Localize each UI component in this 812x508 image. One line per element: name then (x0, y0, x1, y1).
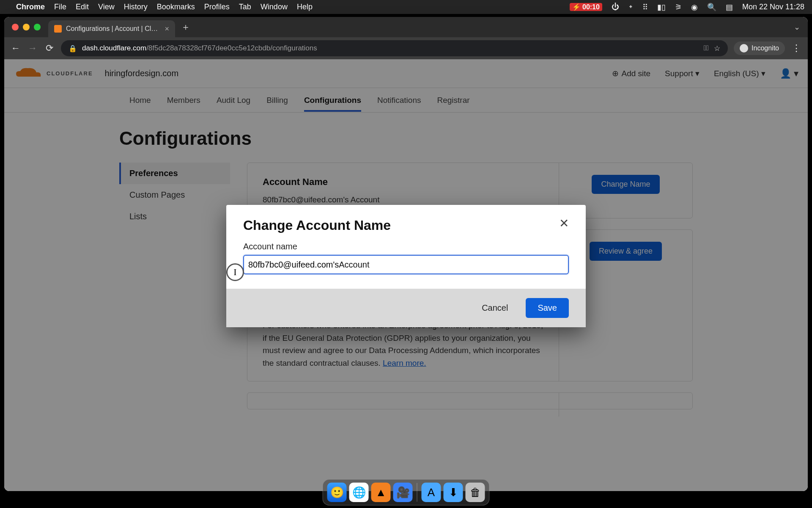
wifi-icon[interactable]: ⚞ (675, 3, 682, 12)
control-center-icon[interactable]: ◉ (691, 3, 698, 12)
dock-zoom[interactable]: 🎥 (393, 483, 413, 502)
battery-low-indicator[interactable]: ⚡00:10 (570, 3, 602, 11)
chrome-toolbar: ← → ⟳ 🔒 dash.cloudflare.com/8f5dc28a7832… (4, 37, 808, 59)
save-button[interactable]: Save (526, 298, 569, 318)
menu-help[interactable]: Help (297, 3, 313, 11)
chrome-menu-button[interactable]: ⋮ (791, 43, 802, 54)
tab-favicon (54, 25, 62, 33)
menu-profiles[interactable]: Profiles (204, 3, 230, 11)
nav-forward-button[interactable]: → (27, 43, 38, 54)
dock-separator (417, 483, 417, 502)
dock-vlc[interactable]: ▲ (371, 483, 391, 502)
url-text: dash.cloudflare.com/8f5dc28a78328cf767de… (82, 44, 699, 52)
dialog-title: Change Account Name (243, 218, 391, 233)
menu-history[interactable]: History (124, 3, 148, 11)
account-name-input-text: 80fb7bc0@uifeed.com's Account (248, 260, 370, 270)
dock-trash[interactable]: 🗑 (466, 483, 485, 502)
dock-downloads[interactable]: ⬇ (444, 483, 463, 502)
menu-view[interactable]: View (98, 3, 115, 11)
menu-tab[interactable]: Tab (239, 3, 251, 11)
status-icon-1[interactable]: ⏻ (612, 3, 619, 11)
tracking-off-icon[interactable]: 👁̶ (704, 44, 709, 52)
lock-icon: 🔒 (69, 44, 77, 52)
app-menu[interactable]: Chrome (16, 3, 45, 11)
browser-tab[interactable]: Configurations | Account | Clou… × (48, 20, 175, 37)
nav-reload-button[interactable]: ⟳ (44, 43, 55, 54)
menu-window[interactable]: Window (261, 3, 288, 11)
window-close-button[interactable] (12, 24, 19, 30)
bluetooth-icon[interactable]: ᛭ (628, 3, 633, 11)
change-account-name-dialog: Change Account Name ✕ Account name 80fb7… (226, 205, 586, 327)
spotlight-icon[interactable]: 🔍 (707, 3, 716, 12)
address-bar[interactable]: 🔒 dash.cloudflare.com/8f5dc28a78328cf767… (61, 40, 728, 56)
macos-menubar: Chrome File Edit View History Bookmarks … (0, 0, 812, 14)
window-minimize-button[interactable] (23, 24, 30, 30)
dock-finder[interactable]: 🙂 (327, 483, 347, 502)
dialog-close-button[interactable]: ✕ (559, 218, 569, 229)
chrome-tab-strip: Configurations | Account | Clou… × ＋ ⌄ (4, 17, 808, 37)
dock-chrome[interactable]: 🌐 (349, 483, 369, 502)
battery-icon[interactable]: ▮▯ (657, 3, 666, 12)
dock-app-folder[interactable]: A (422, 483, 441, 502)
menubar-clock[interactable]: Mon 22 Nov 11:28 (742, 3, 804, 11)
tab-overflow-button[interactable]: ⌄ (794, 22, 800, 32)
bookmark-star-icon[interactable]: ☆ (714, 44, 720, 53)
window-zoom-button[interactable] (34, 24, 41, 30)
status-dots-icon[interactable]: ⠿ (642, 3, 648, 12)
text-cursor-indicator: I (226, 263, 244, 281)
menu-bookmarks[interactable]: Bookmarks (157, 3, 195, 11)
incognito-icon (740, 44, 748, 52)
new-tab-button[interactable]: ＋ (181, 21, 190, 33)
account-name-field-label: Account name (243, 242, 569, 251)
tab-close-button[interactable]: × (165, 25, 169, 33)
cancel-button[interactable]: Cancel (474, 298, 516, 318)
siri-icon[interactable]: ▤ (726, 3, 733, 12)
tab-title: Configurations | Account | Clou… (66, 25, 160, 33)
menu-edit[interactable]: Edit (76, 3, 89, 11)
window-controls (12, 24, 41, 30)
nav-back-button[interactable]: ← (10, 43, 21, 54)
incognito-indicator[interactable]: Incognito (734, 41, 785, 55)
menu-file[interactable]: File (54, 3, 66, 11)
macos-dock: 🙂 🌐 ▲ 🎥 A ⬇ 🗑 (323, 479, 490, 505)
